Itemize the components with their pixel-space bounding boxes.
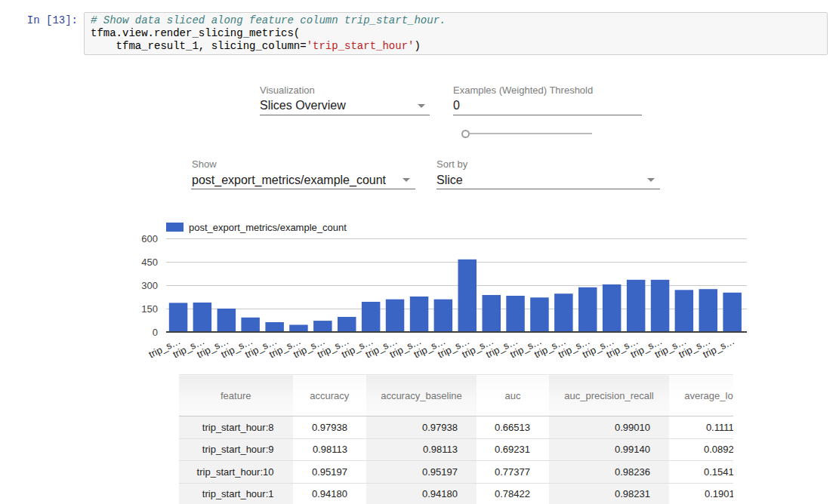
svg-text:150: 150 <box>141 303 158 315</box>
svg-text:600: 600 <box>141 233 158 244</box>
svg-text:0: 0 <box>153 327 158 338</box>
svg-text:450: 450 <box>141 257 158 268</box>
svg-text:post_export_metrics/example_co: post_export_metrics/example_count <box>189 222 347 233</box>
svg-text:300: 300 <box>141 280 158 291</box>
